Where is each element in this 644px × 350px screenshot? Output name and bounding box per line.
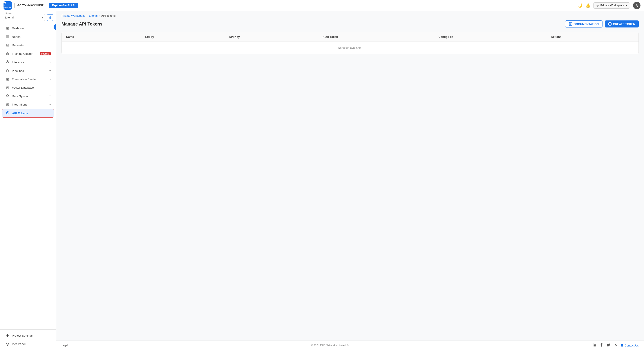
page-title: Manage API Tokens (62, 22, 102, 27)
breadcrumb: Private Workspace › tutorial › API Token… (56, 11, 644, 19)
foundation-studio-icon: ⊞ (5, 77, 10, 81)
sidebar-nav: ⊞ Dashboard Nodes ⊡ Datasets (0, 23, 56, 329)
svg-rect-2 (6, 37, 9, 38)
col-actions: Actions (546, 32, 638, 42)
training-cluster-icon (5, 52, 10, 56)
workspace-selector[interactable]: ⊙ Private Workspace ▾ (594, 3, 630, 9)
foundation-studio-chevron-icon: ▾ (50, 78, 51, 81)
svg-point-11 (6, 71, 7, 72)
table-header-row: Name Expiry API Key Auth Token Config Fi… (62, 32, 638, 42)
svg-rect-5 (6, 54, 7, 55)
svg-rect-0 (6, 35, 9, 36)
table-empty-message: No token available. (62, 42, 638, 54)
sidebar-item-project-settings[interactable]: ⚙ Project Settings (2, 331, 54, 340)
logo-icon: TIRAI PLATFORM (4, 1, 12, 10)
data-syncer-icon (5, 94, 10, 98)
integrations-chevron-icon: ▾ (50, 103, 51, 106)
breadcrumb-sep-1: › (87, 14, 88, 17)
dark-mode-icon[interactable]: 🌙 (578, 3, 582, 8)
go-to-myaccount-button[interactable]: GO TO MYACCOUNT (14, 3, 46, 8)
top-header: TIRAI PLATFORM GO TO MYACCOUNT Explore G… (0, 0, 644, 11)
sidebar-item-label: Datasets (12, 44, 51, 47)
data-syncer-chevron-icon: ▾ (50, 95, 51, 98)
sidebar-item-label: Pipelines (12, 69, 47, 73)
explore-genai-button[interactable]: Explore GenAI API (49, 3, 78, 8)
sidebar-item-nodes[interactable]: Nodes (2, 33, 54, 41)
api-tokens-icon (6, 111, 10, 115)
breadcrumb-current: API Tokens (101, 14, 116, 17)
col-auth-token: Auth Token (318, 32, 434, 42)
sidebar-item-label: Nodes (12, 35, 51, 39)
add-project-button[interactable]: ⊕ (47, 14, 53, 21)
create-token-label: CREATE TOKEN (613, 23, 635, 26)
linkedin-icon[interactable] (592, 343, 596, 348)
svg-point-12 (8, 71, 9, 72)
create-token-button[interactable]: CREATE TOKEN (605, 21, 639, 28)
sidebar-item-label: Integrations (12, 103, 47, 106)
project-label: Project (5, 12, 13, 15)
header-actions: DOCUMENTATION CREATE TOKEN (565, 21, 639, 28)
project-select[interactable]: tutorial (3, 14, 45, 21)
create-token-icon (608, 22, 612, 26)
contact-us-link[interactable]: Contact Us (620, 344, 639, 347)
rss-icon[interactable] (614, 343, 618, 348)
col-config-file: Config File (434, 32, 546, 42)
sidebar-item-dashboard[interactable]: ⊞ Dashboard (2, 24, 54, 32)
notifications-icon[interactable]: 🔔 (586, 3, 590, 8)
page-content: Manage API Tokens DOCUMENTATION (56, 19, 644, 340)
documentation-label: DOCUMENTATION (574, 23, 599, 26)
internal-badge: Internal (40, 52, 51, 55)
col-name: Name (62, 32, 141, 42)
sidebar-item-api-tokens[interactable]: API Tokens (2, 109, 54, 118)
footer-legal-link[interactable]: Legal (62, 344, 68, 347)
content-area: Private Workspace › tutorial › API Token… (56, 11, 644, 350)
user-avatar[interactable]: A (633, 2, 640, 9)
header-left: TIRAI PLATFORM GO TO MYACCOUNT Explore G… (4, 1, 78, 10)
sidebar-item-inference[interactable]: Inference ▾ (2, 58, 54, 66)
sidebar-item-label: Dashboard (12, 27, 51, 30)
page-header: Manage API Tokens DOCUMENTATION (62, 19, 639, 28)
documentation-button[interactable]: DOCUMENTATION (565, 21, 602, 28)
footer: Legal © 2024 E2E Networks Limited ™ Cont… (56, 340, 644, 350)
svg-rect-6 (8, 54, 9, 55)
sidebar-item-data-syncer[interactable]: Data Syncer ▾ (2, 92, 54, 100)
project-settings-icon: ⚙ (5, 333, 10, 338)
sidebar-item-iam-panel[interactable]: ◎ IAM Panel (2, 340, 54, 348)
svg-rect-4 (8, 52, 9, 53)
footer-social-links: Contact Us (592, 343, 639, 348)
twitter-icon[interactable] (606, 343, 610, 348)
sidebar-item-integrations[interactable]: ⊡ Integrations ▾ (2, 101, 54, 109)
api-tokens-table-container: Name Expiry API Key Auth Token Config Fi… (62, 32, 639, 54)
svg-point-8 (7, 61, 8, 62)
nodes-icon (5, 35, 10, 39)
sidebar-item-vector-database[interactable]: ⊠ Vector Database (2, 84, 54, 92)
breadcrumb-workspace-link[interactable]: Private Workspace (62, 14, 86, 17)
sidebar-item-pipelines[interactable]: Pipelines ▾ (2, 67, 54, 75)
iam-panel-icon: ◎ (5, 342, 10, 346)
api-tokens-table: Name Expiry API Key Auth Token Config Fi… (62, 32, 638, 54)
sidebar-item-label: Data Syncer (12, 95, 47, 98)
inference-icon (5, 60, 10, 64)
sidebar-item-label: IAM Panel (12, 342, 51, 345)
sidebar-item-training-cluster[interactable]: Training Cluster Internal (2, 50, 54, 58)
header-right: 🌙 🔔 ⊙ Private Workspace ▾ A (578, 2, 640, 9)
breadcrumb-project-link[interactable]: tutorial (89, 14, 98, 17)
sidebar-item-label: Project Settings (12, 334, 51, 337)
main-layout: « Project tutorial ▾ ⊕ ⊞ Dashboard (0, 11, 644, 350)
sidebar-item-datasets[interactable]: ⊡ Datasets (2, 41, 54, 49)
sidebar-item-foundation-studio[interactable]: ⊞ Foundation Studio ▾ (2, 75, 54, 83)
vector-database-icon: ⊠ (5, 86, 10, 90)
sidebar: « Project tutorial ▾ ⊕ ⊞ Dashboard (0, 11, 56, 350)
sidebar-bottom: ⚙ Project Settings ◎ IAM Panel (0, 329, 56, 350)
breadcrumb-sep-2: › (99, 14, 100, 17)
facebook-icon[interactable] (600, 343, 603, 348)
svg-rect-1 (6, 36, 9, 37)
svg-point-31 (614, 346, 614, 346)
workspace-label: Private Workspace (600, 4, 624, 7)
pipelines-icon (5, 69, 10, 73)
contact-us-label: Contact Us (625, 344, 639, 347)
svg-rect-3 (6, 52, 7, 53)
sidebar-project-selector: Project tutorial ▾ ⊕ (0, 11, 56, 23)
footer-copyright: © 2024 E2E Networks Limited ™ (311, 344, 350, 347)
project-select-wrap: Project tutorial ▾ (3, 14, 45, 21)
